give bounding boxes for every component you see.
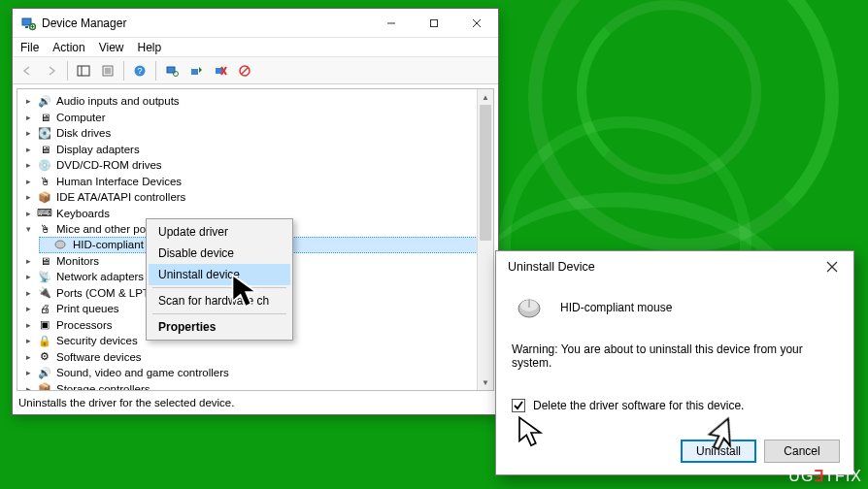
svg-rect-7 [78, 66, 89, 76]
expand-icon[interactable]: ▸ [23, 160, 33, 170]
expand-icon[interactable]: ▸ [23, 145, 33, 154]
expand-icon[interactable]: ▸ [23, 256, 33, 266]
menu-view[interactable]: View [99, 41, 124, 54]
tree-item-label: Print queues [56, 303, 119, 314]
vertical-scrollbar[interactable]: ▲ ▼ [477, 89, 493, 390]
toolbar-separator [67, 61, 68, 81]
uninstall-button[interactable]: Uninstall [681, 440, 756, 463]
tree-item-label: DVD/CD-ROM drives [56, 159, 162, 171]
expand-icon[interactable]: ▸ [23, 128, 33, 138]
device-category-icon: 🔌 [37, 286, 52, 300]
titlebar[interactable]: Device Manager [13, 9, 498, 38]
menu-item[interactable]: Uninstall device [149, 264, 290, 285]
scan-hardware-button[interactable] [161, 60, 183, 82]
watermark-text: ∃ [814, 468, 824, 484]
dialog-close-button[interactable] [811, 252, 853, 281]
help-button[interactable]: ? [129, 60, 150, 82]
expand-icon[interactable]: ▸ [23, 336, 33, 345]
tree-item-label: Monitors [56, 255, 99, 267]
menu-item[interactable]: Properties [149, 316, 290, 338]
scroll-up-icon[interactable]: ▲ [478, 89, 493, 105]
svg-rect-0 [22, 18, 31, 25]
tree-item-label: Human Interface Devices [56, 176, 182, 187]
expand-icon[interactable]: ▸ [23, 177, 33, 186]
scroll-thumb[interactable] [480, 105, 491, 241]
menu-item[interactable]: Update driver [149, 221, 290, 243]
device-category-icon: ▣ [37, 318, 52, 332]
menu-separator [152, 287, 286, 288]
tree-category[interactable]: ▸🖱Human Interface Devices [23, 174, 493, 190]
scroll-down-icon[interactable]: ▼ [478, 375, 493, 390]
expand-icon[interactable]: ▸ [23, 96, 33, 106]
tree-category[interactable]: ▸🖥Computer [23, 110, 493, 126]
app-icon [20, 16, 36, 31]
device-name-label: HID-compliant mouse [560, 301, 672, 314]
cancel-button-label: Cancel [784, 444, 819, 458]
device-category-icon: 🖱 [37, 222, 52, 236]
uninstall-device-dialog: Uninstall Device HID-compliant mouse War… [495, 250, 854, 475]
menu-separator [152, 313, 286, 314]
forward-button[interactable] [41, 60, 62, 82]
show-hide-tree-button[interactable] [73, 60, 94, 82]
tree-category[interactable]: ▸🔊Audio inputs and outputs [23, 93, 493, 110]
context-menu: Update driverDisable deviceUninstall dev… [146, 218, 293, 341]
window-title: Device Manager [42, 16, 370, 30]
menu-item-label: Update driver [158, 225, 228, 239]
properties-button[interactable] [97, 60, 118, 82]
expand-icon[interactable]: ▸ [23, 272, 33, 281]
tree-item-label: Disk drives [56, 127, 111, 139]
watermark: UG∃TFIX [788, 467, 862, 485]
uninstall-button-label: Uninstall [696, 444, 741, 458]
tree-category[interactable]: ▸💿DVD/CD-ROM drives [23, 157, 493, 174]
tree-category[interactable]: ▸📦IDE ATA/ATAPI controllers [23, 189, 493, 206]
update-driver-button[interactable] [185, 60, 207, 82]
svg-rect-4 [431, 19, 438, 26]
expand-icon[interactable]: ▸ [23, 384, 33, 391]
svg-text:?: ? [137, 66, 142, 76]
tree-category[interactable]: ▸⚙Software devices [23, 349, 493, 366]
menu-item[interactable]: Scan for hardware ch [149, 290, 290, 311]
menu-item-label: Disable device [158, 246, 234, 260]
delete-driver-checkbox[interactable] [512, 399, 525, 412]
disable-device-button[interactable] [234, 60, 255, 82]
expand-icon[interactable]: ▸ [23, 368, 33, 377]
tree-item-label: Sound, video and game controllers [56, 367, 229, 378]
expand-icon[interactable]: ▸ [23, 192, 33, 202]
menu-file[interactable]: File [20, 41, 39, 54]
menu-action[interactable]: Action [52, 41, 84, 54]
tree-category[interactable]: ▸🖥Display adapters [23, 142, 493, 158]
toolbar-separator [123, 61, 124, 81]
tree-item-label: Software devices [56, 351, 142, 363]
tree-category[interactable]: ▸💽Disk drives [23, 125, 493, 142]
menu-help[interactable]: Help [138, 41, 162, 54]
expand-icon[interactable]: ▸ [23, 113, 33, 122]
menu-item[interactable]: Disable device [149, 243, 290, 264]
device-category-icon: 🔒 [37, 334, 52, 347]
tree-category[interactable]: ▸🔊Sound, video and game controllers [23, 365, 493, 381]
menubar: File Action View Help [13, 38, 498, 57]
device-category-icon: 📦 [37, 190, 52, 204]
svg-point-16 [174, 71, 179, 76]
tree-item-label: Network adapters [56, 271, 144, 282]
minimize-button[interactable] [370, 10, 413, 37]
expand-icon[interactable]: ▸ [23, 304, 33, 313]
expand-icon[interactable]: ▸ [23, 352, 33, 362]
tree-category[interactable]: ▸📦Storage controllers [23, 381, 493, 392]
delete-driver-label: Delete the driver software for this devi… [533, 399, 744, 412]
expand-icon[interactable]: ▸ [23, 288, 33, 298]
uninstall-device-button[interactable] [210, 60, 231, 82]
dialog-titlebar[interactable]: Uninstall Device [496, 251, 853, 282]
status-text: Uninstalls the driver for the selected d… [18, 397, 234, 408]
device-category-icon: 🖥 [37, 254, 52, 268]
expand-icon[interactable]: ▾ [23, 224, 33, 234]
close-button[interactable] [455, 10, 498, 37]
mouse-icon [53, 238, 69, 251]
cancel-button[interactable]: Cancel [764, 440, 840, 463]
device-category-icon: ⌨ [37, 207, 52, 220]
expand-icon[interactable]: ▸ [23, 209, 33, 218]
watermark-text: UG [788, 468, 814, 484]
back-button[interactable] [17, 60, 38, 82]
expand-icon[interactable]: ▸ [23, 320, 33, 330]
maximize-button[interactable] [413, 10, 455, 37]
svg-line-22 [242, 67, 249, 74]
